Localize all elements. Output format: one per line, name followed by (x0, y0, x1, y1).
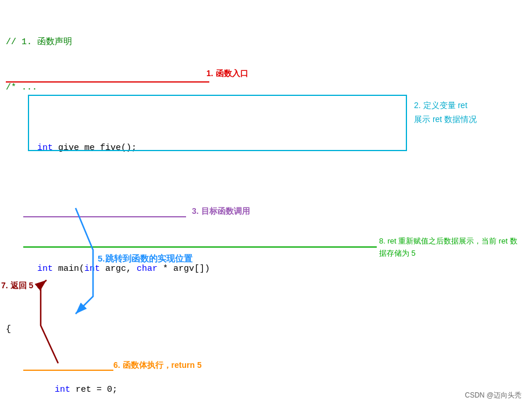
red-underline-main (6, 81, 209, 83)
annotation-2: 2. 定义变量 ret展示 ret 数据情况 (414, 99, 527, 127)
line-4 (6, 201, 269, 216)
watermark: CSDN @迈向头秃 (465, 389, 522, 401)
line-5: int main(int argc, char * argv[]) (6, 246, 269, 292)
line-1: // 1. 函数声明 (6, 35, 269, 50)
orange-underline-return (23, 370, 113, 371)
green-underline-printf (23, 246, 377, 248)
line-3: int give_me_five(); (6, 126, 269, 171)
purple-underline-call (23, 216, 186, 217)
line-7: int ret = 0; (6, 367, 269, 408)
line-6: { (6, 322, 269, 337)
annotation-8: 8. ret 重新赋值之后数据展示，当前 ret 数据存储为 5 (379, 235, 519, 260)
